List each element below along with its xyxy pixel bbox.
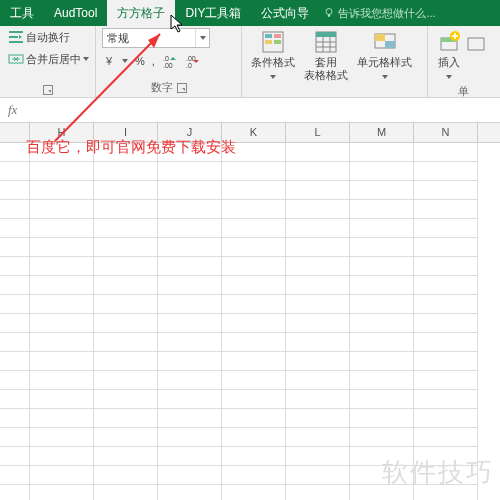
cell[interactable] [286,219,350,238]
cell[interactable] [0,200,30,219]
table-row[interactable] [0,181,500,200]
cell[interactable] [414,295,478,314]
cell[interactable] [158,333,222,352]
cell[interactable] [0,181,30,200]
format-as-table-button[interactable]: 套用 表格格式 [301,28,351,84]
table-row[interactable] [0,200,500,219]
cell[interactable] [222,257,286,276]
table-row[interactable] [0,333,500,352]
cell[interactable] [30,371,94,390]
cell[interactable] [0,162,30,181]
wrap-text-button[interactable]: 自动换行 [6,28,89,46]
cell[interactable] [94,428,158,447]
cell[interactable] [222,371,286,390]
cell[interactable] [414,181,478,200]
table-row[interactable] [0,409,500,428]
cell[interactable] [286,390,350,409]
cell[interactable] [414,162,478,181]
cell[interactable] [30,352,94,371]
cell[interactable] [350,257,414,276]
table-row[interactable] [0,371,500,390]
cell[interactable] [286,428,350,447]
cell[interactable] [0,352,30,371]
cell[interactable] [350,314,414,333]
cell[interactable] [414,352,478,371]
cell[interactable] [158,352,222,371]
cell[interactable] [0,409,30,428]
number-format-combo[interactable] [102,28,210,48]
cell[interactable] [222,447,286,466]
cell[interactable] [222,238,286,257]
cell[interactable] [222,181,286,200]
cell[interactable] [30,181,94,200]
cell[interactable] [286,352,350,371]
cell[interactable] [158,371,222,390]
cell[interactable] [350,295,414,314]
cell[interactable] [350,238,414,257]
cell[interactable] [286,200,350,219]
cell[interactable] [94,447,158,466]
cell[interactable] [158,447,222,466]
cell[interactable] [222,219,286,238]
table-row[interactable] [0,447,500,466]
cell[interactable] [286,162,350,181]
cell[interactable] [94,295,158,314]
cell[interactable] [414,371,478,390]
cell[interactable] [94,485,158,500]
increase-decimal-button[interactable]: .0.00 [160,52,180,70]
cell[interactable] [94,314,158,333]
cell[interactable] [350,181,414,200]
cell[interactable] [414,428,478,447]
cell[interactable] [0,466,30,485]
cell[interactable] [94,371,158,390]
cell[interactable] [414,257,478,276]
cell[interactable] [286,276,350,295]
cell[interactable] [414,333,478,352]
table-row[interactable] [0,390,500,409]
cell[interactable] [0,428,30,447]
cell[interactable] [414,485,478,500]
cell[interactable] [286,295,350,314]
cell[interactable] [414,314,478,333]
cell[interactable] [222,295,286,314]
cell[interactable] [350,371,414,390]
cell[interactable] [94,390,158,409]
cell[interactable] [0,390,30,409]
cell[interactable] [0,371,30,390]
dialog-launcher-icon[interactable] [43,85,53,95]
cell[interactable] [222,428,286,447]
cell[interactable] [30,276,94,295]
cell[interactable] [222,162,286,181]
cell[interactable] [158,200,222,219]
cell[interactable] [30,295,94,314]
insert-button[interactable]: 插入 [434,28,464,84]
cell[interactable] [30,162,94,181]
cell[interactable] [350,447,414,466]
cell[interactable] [350,219,414,238]
table-row[interactable] [0,257,500,276]
cell[interactable] [350,333,414,352]
cell[interactable] [222,276,286,295]
cell[interactable] [94,238,158,257]
cell[interactable] [158,238,222,257]
cell[interactable] [350,200,414,219]
cell[interactable] [30,485,94,500]
cell[interactable] [0,314,30,333]
cell[interactable] [286,409,350,428]
table-row[interactable] [0,162,500,181]
cell[interactable] [0,447,30,466]
cell[interactable] [158,428,222,447]
table-row[interactable] [0,352,500,371]
cell-styles-button[interactable]: 单元格样式 [354,28,415,84]
cell[interactable] [350,409,414,428]
cell[interactable] [30,314,94,333]
conditional-format-button[interactable]: 条件格式 [248,28,298,84]
cell[interactable] [158,257,222,276]
cell[interactable] [222,333,286,352]
cell[interactable] [158,181,222,200]
cell[interactable] [350,428,414,447]
cell[interactable] [222,409,286,428]
cell[interactable] [286,143,350,162]
table-row[interactable] [0,219,500,238]
col-header[interactable]: M [350,123,414,142]
